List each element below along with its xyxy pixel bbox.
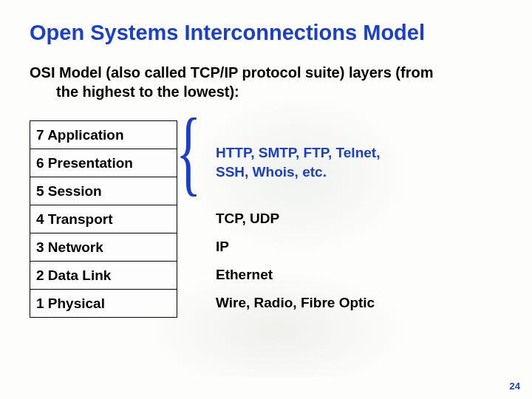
- slide: Open Systems Interconnections Model OSI …: [0, 0, 532, 399]
- curly-brace-icon: {: [176, 116, 201, 188]
- layer-6: 6 Presentation: [30, 149, 177, 177]
- table-row: 6 Presentation: [30, 149, 177, 177]
- layer-7: 7 Application: [30, 121, 177, 149]
- transport-examples: TCP, UDP: [210, 205, 502, 233]
- table-row: 4 Transport: [30, 205, 177, 233]
- layer-5: 5 Session: [30, 177, 177, 205]
- layer-3: 3 Network: [30, 233, 177, 262]
- page-title: Open Systems Interconnections Model: [30, 21, 502, 45]
- table-row: 1 Physical: [30, 290, 177, 318]
- table-row: 2 Data Link: [30, 262, 177, 290]
- datalink-examples: Ethernet: [210, 261, 502, 289]
- table-row: 5 Session: [30, 177, 177, 205]
- table-row: 7 Application: [30, 121, 177, 149]
- content-grid: 7 Application 6 Presentation 5 Session 4…: [30, 120, 502, 318]
- layer-2: 2 Data Link: [30, 262, 177, 290]
- table-row: 3 Network: [30, 233, 177, 262]
- osi-layers-table: 7 Application 6 Presentation 5 Session 4…: [30, 120, 177, 318]
- subtitle-line-2: the highest to the lowest):: [56, 82, 488, 101]
- upper-examples-line-1: HTTP, SMTP, FTP, Telnet,: [216, 143, 502, 163]
- upper-examples-line-2: SSH, Whois, etc.: [216, 163, 502, 182]
- page-number: 24: [510, 381, 520, 392]
- examples-column: HTTP, SMTP, FTP, Telnet, SSH, Whois, etc…: [210, 120, 502, 317]
- upper-layers-examples: HTTP, SMTP, FTP, Telnet, SSH, Whois, etc…: [210, 120, 502, 205]
- subtitle-line-1: OSI Model (also called TCP/IP protocol s…: [30, 64, 433, 81]
- physical-examples: Wire, Radio, Fibre Optic: [210, 289, 502, 317]
- network-examples: IP: [210, 233, 502, 261]
- layer-4: 4 Transport: [30, 205, 177, 233]
- subtitle: OSI Model (also called TCP/IP protocol s…: [30, 63, 488, 101]
- layer-1: 1 Physical: [30, 290, 177, 318]
